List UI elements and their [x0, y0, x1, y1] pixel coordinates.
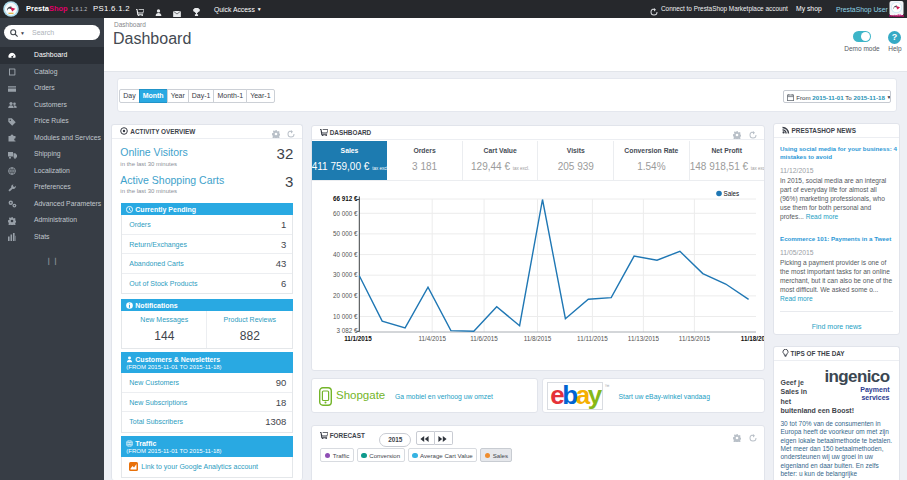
svg-text:10 000 €: 10 000 €: [333, 313, 358, 320]
svg-text:11/6/2015: 11/6/2015: [470, 335, 498, 342]
svg-text:11/18/2015: 11/18/2015: [740, 335, 763, 342]
svg-text:66 912 €: 66 912 €: [333, 195, 358, 202]
svg-text:3 082 €: 3 082 €: [336, 327, 358, 334]
svg-text:PrestaShop: PrestaShop: [889, 14, 904, 17]
svg-text:11/8/2015: 11/8/2015: [523, 335, 551, 342]
svg-text:11/1/2015: 11/1/2015: [344, 335, 372, 342]
svg-text:11/4/2015: 11/4/2015: [418, 335, 446, 342]
svg-text:Sales: Sales: [723, 190, 739, 197]
svg-text:60 000 €: 60 000 €: [333, 210, 358, 217]
svg-text:11/13/2015: 11/13/2015: [628, 335, 660, 342]
svg-text:11/11/2015: 11/11/2015: [577, 335, 608, 342]
svg-text:11/15/2015: 11/15/2015: [679, 335, 711, 342]
svg-text:40 000 €: 40 000 €: [333, 251, 358, 258]
svg-text:50 000 €: 50 000 €: [333, 230, 358, 237]
svg-text:30 000 €: 30 000 €: [333, 271, 358, 278]
svg-text:20 000 €: 20 000 €: [333, 292, 358, 299]
